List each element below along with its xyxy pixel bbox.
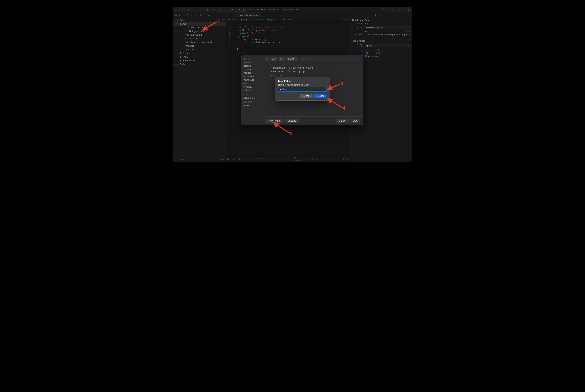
variables-filter-input[interactable] — [261, 158, 287, 160]
tree-file[interactable]: ▫capacitor.config.json — [173, 26, 225, 29]
copy-items-checkbox[interactable] — [287, 66, 290, 69]
create-groups-radio[interactable] — [287, 70, 290, 73]
eye-icon[interactable]: ◉ — [238, 158, 240, 160]
inspector-tabs[interactable]: ▮ ◷ ? — [350, 12, 412, 18]
filter-icon[interactable]: ⊜ — [311, 158, 313, 160]
folder-browse-icon[interactable]: ▣ — [409, 30, 410, 32]
trash-icon[interactable]: 🗑 — [343, 158, 345, 160]
sidebar-item[interactable]: Daniel's… — [243, 104, 262, 107]
jump-bar[interactable]: ◆App〉 ▮App〉 ▫capacitor.config.json〉 No S… — [226, 18, 350, 22]
info-icon[interactable]: ⓘ — [242, 158, 244, 160]
options-button[interactable]: Options — [285, 119, 299, 123]
sheet-search[interactable]: ⚲ — [300, 57, 361, 61]
name-value[interactable]: App — [365, 22, 410, 25]
nav-back-forward[interactable]: ‹ › — [265, 57, 269, 61]
tree-file[interactable]: ▫LaunchScreen.storyboard — [173, 40, 225, 44]
sidebar-item[interactable]: Documents — [243, 75, 262, 78]
new-folder-button[interactable]: New Folder — [266, 119, 283, 123]
test-tab-icon[interactable]: ◇ — [195, 14, 197, 16]
tree-group[interactable]: ▸▮Pods — [173, 55, 225, 59]
scheme-selector[interactable]: ◆ App 〉 Dan's iPhone SE — [217, 8, 247, 12]
file-warnings-badge[interactable]: ⚠ — [342, 18, 346, 21]
sheet-sidebar[interactable]: Favorites Dropbox Recents Applicati… Des… — [241, 55, 263, 125]
tree-app-group[interactable]: ▾▮ App — [173, 22, 225, 26]
reveal-icon[interactable]: ➤ — [409, 33, 410, 36]
sheet-add-button[interactable]: Add — [351, 119, 360, 123]
view-group-icon[interactable]: ⊞ ▾ — [279, 57, 284, 61]
activity-status[interactable]: App | Build App: Succeeded | 1/4/21 at 5… — [249, 8, 389, 12]
sidebar-item[interactable]: Dropbox — [243, 61, 262, 64]
console-filter-input[interactable] — [315, 158, 341, 160]
sidebar-item[interactable]: Pictures — [243, 89, 262, 92]
symbol-tab-icon[interactable]: ⌗ — [183, 14, 185, 16]
view-list-icon[interactable]: ☰ ▾ — [271, 57, 277, 61]
folder-name-input[interactable] — [278, 87, 327, 92]
minimize-traffic[interactable] — [178, 8, 181, 11]
tree-group[interactable]: ▸▮Products — [173, 51, 225, 55]
split-icon[interactable]: ◫ — [347, 158, 348, 160]
indent-using-select[interactable]: Spaces⇅ — [365, 44, 410, 47]
folder-tab-icon[interactable]: ▦ — [175, 14, 177, 16]
sidebar-toggle-icon[interactable]: ▥ — [187, 8, 191, 11]
report-tab-icon[interactable]: ☰ — [208, 14, 210, 16]
file-tree[interactable]: ▾◆ App M ▾▮ App ▫capacitor.config.json ▫… — [173, 18, 225, 157]
history-inspector-icon[interactable]: ◷ — [380, 13, 382, 16]
find-tab-icon[interactable]: ⚲ — [187, 14, 189, 16]
tree-file[interactable]: ▫Info.plist — [173, 44, 225, 48]
editor-layout-icon[interactable]: ≣ — [342, 13, 346, 16]
sidebar-item[interactable]: Downloads — [243, 78, 262, 81]
modal-cancel-button[interactable]: Cancel — [300, 94, 313, 98]
navigator-filter-input[interactable] — [180, 158, 218, 160]
forward-icon[interactable]: › — [232, 14, 232, 16]
sidebar-item[interactable]: Desktop — [243, 71, 262, 74]
filter-scope-icon[interactable]: ⊡ — [177, 158, 179, 160]
plus-icon[interactable]: ＋ — [390, 8, 395, 12]
bp-tab-icon[interactable]: ▭ — [204, 14, 206, 16]
sidebar-item[interactable]: Recents — [243, 64, 262, 68]
tree-file[interactable]: ▫Assets.xcassets — [173, 36, 225, 40]
add-icon[interactable]: ＋ — [174, 158, 176, 161]
scm-filter-icon[interactable]: ▣ — [222, 158, 224, 160]
sidebar-item[interactable]: Applicati… — [243, 68, 262, 71]
sidebar-item[interactable]: dan — [243, 82, 262, 85]
tree-file[interactable]: ▫config.xml — [173, 48, 225, 51]
close-traffic[interactable] — [175, 8, 177, 11]
tree-pods[interactable]: ▸◆Pods — [173, 62, 225, 66]
tree-root[interactable]: ▾◆ App M — [173, 18, 225, 22]
wrap-lines-checkbox[interactable]: Wrap lines — [365, 55, 378, 57]
tree-file[interactable]: ▫AppDelegate.swift — [173, 29, 225, 33]
assistant-icon[interactable]: ◫ — [346, 13, 350, 16]
clock-icon[interactable]: ◔ — [219, 158, 221, 160]
path-dropdown[interactable]: ▮App▾ — [286, 57, 298, 61]
auto-label[interactable]: Auto — [232, 158, 237, 160]
zoom-traffic[interactable] — [182, 8, 185, 11]
navigator-tabs[interactable]: ▦ ◧ ⌗ ⚲ △ ◇ ❖ ▭ ☰ — [173, 12, 225, 18]
file-inspector-icon[interactable]: ▮ — [375, 13, 376, 16]
inspectors-toggle-icon[interactable]: ▥ — [406, 8, 410, 11]
jump-prev-icon[interactable]: ‹ — [341, 18, 341, 21]
debug-toggle-icon[interactable]: ▣ — [227, 158, 229, 160]
tree-file[interactable]: ▫Main.storyboard — [173, 33, 225, 36]
warnings-badge[interactable]: ⚠ 2 — [381, 8, 386, 11]
sidebar-item[interactable]: Creative… — [243, 85, 262, 88]
debug-tab-icon[interactable]: ❖ — [199, 14, 201, 16]
output-scope[interactable]: All Output — [294, 157, 302, 162]
tree-group[interactable]: ▸▮Frameworks — [173, 59, 225, 62]
sidebar-item[interactable]: iCloud Dri… — [243, 96, 262, 99]
location-select[interactable]: Relative to Group⇅ — [365, 26, 410, 29]
indent-width-input[interactable]: 4 — [375, 48, 380, 52]
related-items-icon[interactable]: ⌗ — [227, 14, 229, 16]
back-icon[interactable]: ‹ — [230, 14, 231, 16]
filter-icon[interactable]: ⊜ — [257, 158, 259, 160]
scm-tab-icon[interactable]: ◧ — [179, 14, 181, 16]
issue-tab-icon[interactable]: △ — [191, 14, 193, 16]
jump-next-icon[interactable]: › — [347, 18, 348, 21]
run-icon[interactable]: ▶ — [206, 8, 210, 11]
clear-icon[interactable]: ⊖ — [405, 30, 407, 32]
sheet-cancel-button[interactable]: Cancel — [336, 119, 349, 123]
chevron-down-icon[interactable]: ▾ — [304, 158, 305, 160]
help-inspector-icon[interactable]: ? — [387, 13, 388, 16]
library-icon[interactable]: ⇄ — [397, 8, 401, 11]
traffic-lights[interactable] — [175, 8, 185, 11]
stop-icon[interactable]: ■ — [212, 8, 215, 11]
